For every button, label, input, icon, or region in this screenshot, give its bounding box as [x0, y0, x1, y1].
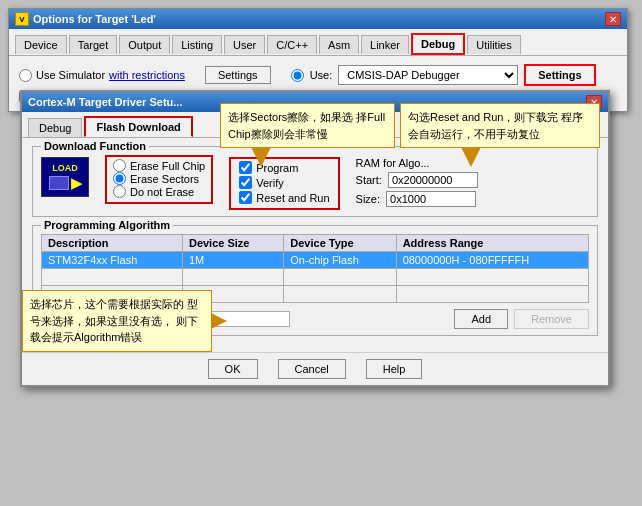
outer-close-button[interactable]: ✕: [605, 12, 621, 26]
reset-run-label: Reset and Run: [256, 192, 329, 204]
callout-top-right: 勾选Reset and Run，则下载完 程序会自动运行，不用手动复位: [400, 103, 600, 148]
do-not-erase-option: Do not Erase: [113, 185, 205, 198]
help-button[interactable]: Help: [366, 359, 423, 379]
inner-window-title: Cortex-M Target Driver Setu...: [28, 96, 182, 108]
table-row[interactable]: STM32F4xx Flash 1M On-chip Flash 0800000…: [42, 252, 589, 269]
tab-target[interactable]: Target: [69, 35, 118, 54]
load-icon: LOAD ▶: [41, 157, 89, 197]
add-button[interactable]: Add: [454, 309, 508, 329]
callout-top-right-text: 勾选Reset and Run，则下载完 程序会自动运行，不用手动复位: [408, 111, 583, 140]
col-address-range: Address Range: [396, 235, 588, 252]
erase-sectors-option: Erase Sectors: [113, 172, 205, 185]
simulator-settings-button[interactable]: Settings: [205, 66, 271, 84]
erase-sectors-label: Erase Sectors: [130, 173, 199, 185]
row-description: STM32F4xx Flash: [42, 252, 183, 269]
load-text: LOAD: [52, 163, 78, 173]
debugger-settings-button[interactable]: Settings: [524, 64, 595, 86]
ram-start-input[interactable]: [388, 172, 478, 188]
simulator-row: Use Simulator with restrictions Settings…: [19, 64, 617, 86]
do-not-erase-label: Do not Erase: [130, 186, 194, 198]
callout-bottom-left: 选择芯片，这个需要根据实际的 型号来选择，如果这里没有选， 则下载会提示Algo…: [22, 290, 212, 352]
ram-section: RAM for Algo... Start: Size:: [356, 157, 478, 207]
callout-arrow-right: [211, 313, 227, 329]
col-device-type: Device Type: [284, 235, 396, 252]
col-description: Description: [42, 235, 183, 252]
callout-arrow-down-right: [461, 147, 481, 167]
download-function-group: Download Function LOAD ▶ Erase Full: [32, 146, 598, 217]
programming-algorithm-label: Programming Algorithm: [41, 219, 173, 231]
ram-size-input[interactable]: [386, 191, 476, 207]
outer-titlebar: V Options for Target 'Led' ✕: [9, 9, 627, 29]
erase-full-chip-radio[interactable]: [113, 159, 126, 172]
tab-asm[interactable]: Asm: [319, 35, 359, 54]
col-device-size: Device Size: [182, 235, 283, 252]
ram-size-row: Size:: [356, 191, 478, 207]
verify-label: Verify: [256, 177, 284, 189]
row-device-type: On-chip Flash: [284, 252, 396, 269]
verify-option: Verify: [239, 176, 329, 189]
callout-arrow-down: [251, 147, 271, 167]
ram-size-label: Size:: [356, 193, 380, 205]
cancel-button[interactable]: Cancel: [278, 359, 346, 379]
inner-tab-flash-download[interactable]: Flash Download: [84, 116, 192, 137]
row-device-size: 1M: [182, 252, 283, 269]
reset-run-option: Reset and Run: [239, 191, 329, 204]
download-function-label: Download Function: [41, 140, 149, 152]
tab-debug[interactable]: Debug: [411, 33, 465, 55]
erase-full-chip-option: Erase Full Chip: [113, 159, 205, 172]
erase-options: Erase Full Chip Erase Sectors Do not Era…: [105, 155, 213, 204]
callout-top-left: 选择Sectors擦除，如果选 择Full Chip擦除则会非常慢: [220, 103, 395, 148]
use-debugger-row: Use: CMSIS-DAP Debugger Settings: [291, 64, 596, 86]
with-restrictions-link[interactable]: with restrictions: [109, 69, 185, 81]
do-not-erase-radio[interactable]: [113, 185, 126, 198]
verify-checkbox[interactable]: [239, 176, 252, 189]
ram-label: RAM for Algo...: [356, 157, 478, 169]
ram-start-row: Start:: [356, 172, 478, 188]
erase-sectors-radio[interactable]: [113, 172, 126, 185]
tab-cpp[interactable]: C/C++: [267, 35, 317, 54]
use-simulator-label: Use Simulator: [36, 69, 105, 81]
inner-bottom-row: OK Cancel Help: [22, 352, 608, 385]
tab-linker[interactable]: Linker: [361, 35, 409, 54]
remove-button[interactable]: Remove: [514, 309, 589, 329]
tab-user[interactable]: User: [224, 35, 265, 54]
debugger-select[interactable]: CMSIS-DAP Debugger: [338, 65, 518, 85]
use-simulator-option: Use Simulator with restrictions: [19, 69, 185, 82]
ram-start-label: Start:: [356, 174, 382, 186]
tab-utilities[interactable]: Utilities: [467, 35, 520, 54]
reset-run-checkbox[interactable]: [239, 191, 252, 204]
erase-full-chip-label: Erase Full Chip: [130, 160, 205, 172]
ok-button[interactable]: OK: [208, 359, 258, 379]
outer-title-left: V Options for Target 'Led': [15, 12, 156, 26]
row-address-range: 08000000H - 080FFFFFH: [396, 252, 588, 269]
outer-window-title: Options for Target 'Led': [33, 13, 156, 25]
erase-group-box: Erase Full Chip Erase Sectors Do not Era…: [105, 155, 213, 204]
use-simulator-radio[interactable]: [19, 69, 32, 82]
inner-tab-debug[interactable]: Debug: [28, 118, 82, 137]
callout-bottom-left-text: 选择芯片，这个需要根据实际的 型号来选择，如果这里没有选， 则下载会提示Algo…: [30, 298, 198, 343]
callout-top-left-text: 选择Sectors擦除，如果选 择Full Chip擦除则会非常慢: [228, 111, 385, 140]
use-debugger-radio[interactable]: [291, 69, 304, 82]
table-row-empty: [42, 269, 589, 286]
dl-func-row: LOAD ▶ Erase Full Chip: [41, 155, 589, 210]
window-icon: V: [15, 12, 29, 26]
outer-tabs-row: Device Target Output Listing User C/C++ …: [9, 29, 627, 56]
use-label: Use:: [310, 69, 333, 81]
tab-device[interactable]: Device: [15, 35, 67, 54]
tab-output[interactable]: Output: [119, 35, 170, 54]
program-options: Program Verify Reset and Run: [229, 157, 339, 210]
tab-listing[interactable]: Listing: [172, 35, 222, 54]
